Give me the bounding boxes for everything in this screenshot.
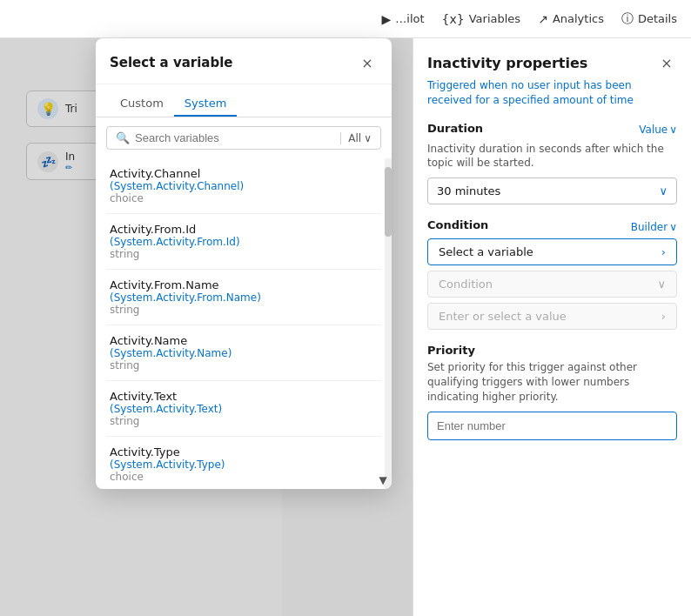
top-bar: ▶ …ilot {x} Variables ↗ Analytics ⓘ Deta… [0,0,691,38]
variable-name: Activity.Channel [110,167,378,180]
variables-label: Variables [469,12,520,25]
search-input[interactable] [135,131,335,144]
select-variable-modal: Select a variable × Custom System 🔍 All … [96,38,392,489]
duration-section-header: Duration Value ∨ [427,122,677,138]
scrollbar-track [385,158,392,489]
priority-section: Priority Set priority for this trigger a… [427,344,677,439]
variable-system: (System.Activity.Channel) [110,180,378,192]
info-icon: ⓘ [621,11,634,27]
variable-name: Activity.Type [110,445,378,459]
priority-description: Set priority for this trigger against ot… [427,360,677,404]
dropdown-chevron-icon: ∨ [659,184,668,198]
search-icon: 🔍 [116,131,130,144]
condition-section-header: Condition Builder ∨ [427,218,677,235]
variable-system: (System.Activity.From.Name) [110,291,378,304]
list-item[interactable]: Activity.From.Name (System.Activity.From… [106,270,381,325]
modal-title: Select a variable [110,55,233,70]
list-item[interactable]: Activity.Channel (System.Activity.Channe… [106,158,381,214]
value-chevron-icon: › [661,310,666,323]
priority-input[interactable] [427,412,677,440]
variable-name: Activity.From.Id [110,223,378,236]
copilot-nav[interactable]: ▶ …ilot [382,12,425,26]
select-variable-chevron-icon: › [661,245,666,258]
variables-list: Activity.Channel (System.Activity.Channe… [96,158,392,489]
panel-header: Inactivity properties × [427,52,677,73]
variables-nav[interactable]: {x} Variables [442,12,521,26]
variable-name: Activity.Text [110,390,378,403]
variable-system: (System.Activity.Name) [110,347,378,359]
condition-label: Condition [427,218,488,231]
analytics-nav[interactable]: ↗ Analytics [538,12,604,26]
filter-chevron-icon: ∨ [364,132,372,144]
scrollbar-thumb[interactable] [385,167,392,237]
duration-description: Inactivity duration in seconds after whi… [427,142,677,171]
variable-type: choice [110,471,378,483]
analytics-icon: ↗ [538,12,548,26]
variable-type: string [110,248,378,260]
condition-placeholder: Condition ∨ [427,271,677,298]
list-item[interactable]: Activity.Type (System.Activity.Type) cho… [106,437,381,489]
variable-name: Activity.From.Name [110,278,378,291]
copilot-icon: ▶ [382,12,392,26]
duration-section: Duration Value ∨ Inactivity duration in … [427,122,677,205]
condition-builder-link[interactable]: Builder ∨ [631,221,677,233]
condition-section: Condition Builder ∨ Select a variable › … [427,218,677,330]
builder-chevron-icon: ∨ [669,221,677,233]
search-filter-button[interactable]: All ∨ [340,132,372,144]
variable-system: (System.Activity.Text) [110,403,378,415]
analytics-label: Analytics [553,12,604,25]
panel-title: Inactivity properties [427,55,587,71]
copilot-label: …ilot [395,12,424,25]
condition-chevron-icon: ∨ [657,278,666,291]
variable-system: (System.Activity.From.Id) [110,236,378,248]
chevron-down-icon: ∨ [669,124,677,136]
list-item[interactable]: Activity.From.Id (System.Activity.From.I… [106,214,381,270]
list-item[interactable]: Activity.Name (System.Activity.Name) str… [106,325,381,381]
scroll-down-button[interactable]: ▼ [374,472,392,489]
modal-header: Select a variable × [96,38,392,84]
variable-type: string [110,359,378,372]
duration-value-link[interactable]: Value ∨ [639,124,677,136]
priority-label: Priority [427,344,677,357]
right-panel: Inactivity properties × Triggered when n… [413,38,691,616]
duration-dropdown[interactable]: 30 minutes ∨ [427,177,677,204]
list-item[interactable]: Activity.Text (System.Activity.Text) str… [106,381,381,437]
search-bar[interactable]: 🔍 All ∨ [106,126,381,150]
modal-close-button[interactable]: × [357,52,378,73]
select-variable-button[interactable]: Select a variable › [427,238,677,265]
panel-close-button[interactable]: × [656,52,677,73]
variable-type: string [110,304,378,316]
variable-type: string [110,415,378,427]
value-placeholder: Enter or select a value › [427,303,677,330]
variable-name: Activity.Name [110,334,378,347]
variable-system: (System.Activity.Type) [110,459,378,471]
modal-tabs: Custom System [96,84,392,117]
tab-system[interactable]: System [174,91,237,117]
tab-custom[interactable]: Custom [110,91,174,117]
variables-icon: {x} [442,12,465,26]
duration-label: Duration [427,122,483,135]
details-nav[interactable]: ⓘ Details [621,11,677,27]
variable-type: choice [110,192,378,204]
panel-description: Triggered when no user input has been re… [427,78,677,108]
details-label: Details [638,12,677,25]
